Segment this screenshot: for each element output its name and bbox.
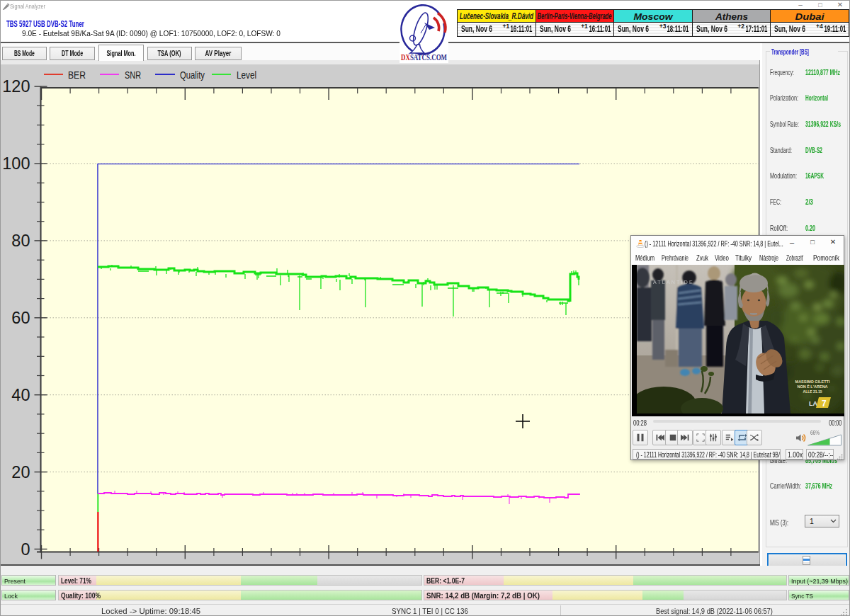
svg-text:LA: LA <box>809 400 817 407</box>
svg-text:0: 0 <box>21 540 30 559</box>
svg-text:ATLANTIDE: ATLANTIDE <box>653 280 694 285</box>
svg-text:Quality: Quality <box>180 69 205 81</box>
svg-text:SNR: SNR <box>125 69 141 81</box>
svg-text:BER: BER <box>68 69 86 81</box>
svg-text:60: 60 <box>11 309 30 327</box>
svg-text:20: 20 <box>11 463 30 481</box>
svg-text:100: 100 <box>2 154 30 173</box>
svg-text:MASSIMO GILETTI: MASSIMO GILETTI <box>795 380 830 384</box>
svg-text:80: 80 <box>11 232 30 250</box>
svg-text:7: 7 <box>822 399 827 409</box>
svg-text:NON È L'ARENA: NON È L'ARENA <box>797 384 827 389</box>
svg-text:DXSATCS.COM: DXSATCS.COM <box>401 52 447 62</box>
svg-text:40: 40 <box>11 386 30 404</box>
svg-text:ALLE 21.15: ALLE 21.15 <box>803 389 822 394</box>
svg-text:120: 120 <box>2 77 30 96</box>
svg-text:Level: Level <box>237 69 256 81</box>
